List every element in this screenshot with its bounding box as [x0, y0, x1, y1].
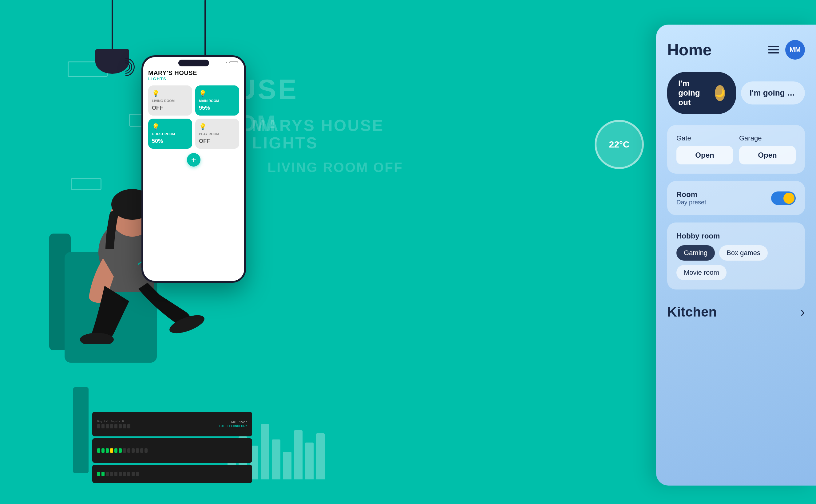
hw-port	[114, 472, 117, 476]
bar-5	[272, 439, 280, 479]
menu-bar-3	[768, 52, 779, 53]
hw-label-1: Digital Inputs 0	[97, 420, 130, 423]
mode-going-out-label: I'm going out	[678, 79, 710, 107]
hw-ports-3	[97, 472, 139, 476]
menu-bar-2	[768, 49, 779, 50]
phone-mockup: MARY'S HOUSE LIGHTS 💡 LIVING ROOM OFF 💡 …	[141, 55, 246, 283]
hobby-title: Hobby room	[676, 232, 796, 240]
hw-port	[140, 448, 143, 453]
hw-port	[132, 472, 135, 476]
hardware-device: Digital Inputs 0 GulliverIOT TECHNOLOGY	[92, 412, 252, 486]
hw-port	[110, 472, 113, 476]
hw-port	[136, 472, 139, 476]
room-card-living[interactable]: 💡 LIVING ROOM OFF	[148, 85, 192, 116]
mode-going-sleep-label: I'm going to sleep	[750, 88, 805, 97]
hw-port	[119, 424, 122, 428]
play-room-value: OFF	[199, 138, 235, 144]
menu-bar-1	[768, 46, 779, 47]
toggle-knob	[783, 193, 794, 204]
play-room-name: PLAY ROOM	[199, 132, 235, 136]
app-title: Home	[667, 41, 712, 59]
hw-port-green	[114, 448, 117, 453]
hw-port-green	[106, 448, 109, 453]
hobby-chip-gaming[interactable]: Gaming	[676, 245, 715, 261]
hw-ports-2	[97, 448, 148, 453]
green-bar-decor	[73, 387, 89, 473]
living-room-value: OFF	[152, 105, 188, 111]
room-toggle-switch[interactable]	[771, 191, 796, 205]
hw-port-green	[97, 472, 100, 476]
main-room-value: 95%	[199, 105, 235, 111]
main-room-icon: 💡	[199, 90, 235, 97]
living-room-name: LIVING ROOM	[152, 99, 188, 103]
chevron-right-icon: ›	[800, 304, 805, 320]
room-card-play[interactable]: 💡 PLAY ROOM OFF	[195, 119, 239, 149]
gate-item: Gate Open	[676, 134, 733, 164]
avatar[interactable]: MM	[785, 40, 805, 60]
temperature-display: 22°C	[595, 120, 644, 169]
room-card-main[interactable]: 💡 MAIN ROOM 95%	[195, 85, 239, 116]
hw-port-green	[101, 448, 104, 453]
hobby-card: Hobby room Gaming Box games Movie room	[667, 222, 805, 289]
hw-port	[136, 448, 139, 453]
hw-ports-1	[97, 424, 130, 428]
hw-port	[132, 448, 135, 453]
hw-port	[123, 424, 126, 428]
room-card-guest[interactable]: 💡 GUEST ROOM 50%	[148, 119, 192, 149]
room-card-subtitle: Day preset	[676, 199, 706, 206]
phone-add-button[interactable]: +	[187, 153, 200, 167]
hw-port	[123, 472, 126, 476]
hw-port	[127, 424, 130, 428]
hw-port	[106, 472, 109, 476]
phone-frame: MARY'S HOUSE LIGHTS 💡 LIVING ROOM OFF 💡 …	[141, 55, 246, 283]
bar-7	[294, 430, 302, 479]
garage-item: Garage Open	[739, 134, 796, 164]
hw-unit-1: Digital Inputs 0 GulliverIOT TECHNOLOGY	[92, 412, 252, 436]
hw-port	[106, 424, 109, 428]
hw-port	[127, 472, 130, 476]
menu-icon[interactable]	[768, 46, 779, 53]
play-room-icon: 💡	[199, 123, 235, 130]
hw-port	[101, 424, 104, 428]
bar-9	[316, 433, 325, 479]
hobby-chip-movieroom[interactable]: Movie room	[676, 265, 727, 280]
hw-port	[114, 424, 117, 428]
hw-port-yellow	[110, 448, 113, 453]
room-grid: 💡 LIVING ROOM OFF 💡 MAIN ROOM 95% 💡 GUES…	[148, 85, 239, 149]
hw-port-green	[119, 448, 122, 453]
hobby-chip-boxgames[interactable]: Box games	[719, 245, 768, 261]
phone-title: MARY'S HOUSE	[148, 69, 239, 77]
gate-open-button[interactable]: Open	[676, 146, 733, 164]
hw-port	[119, 472, 122, 476]
hw-port-green	[97, 448, 100, 453]
wifi-arcs-1	[120, 61, 131, 73]
gate-garage-card: Gate Open Garage Open	[667, 125, 805, 174]
hw-port-green	[101, 472, 104, 476]
room-toggle-card: Room Day preset	[667, 181, 805, 215]
app-panel: Home MM I'm going out 🌙 I'm going to sle…	[656, 25, 816, 486]
living-room-icon: 💡	[152, 90, 188, 97]
room-card-title: Room	[676, 190, 706, 199]
phone-header: MARY'S HOUSE LIGHTS	[148, 69, 239, 81]
bar-8	[305, 443, 313, 479]
hw-unit-3	[92, 465, 252, 483]
garage-open-button[interactable]: Open	[739, 146, 796, 164]
hw-unit-2	[92, 438, 252, 463]
mode-going-sleep-button[interactable]: I'm going to sleep	[741, 81, 805, 104]
gate-label: Gate	[676, 134, 733, 142]
kitchen-footer[interactable]: Kitchen ›	[667, 297, 805, 320]
hw-port	[110, 424, 113, 428]
bar-6	[283, 452, 291, 479]
mode-going-out-button[interactable]: I'm going out 🌙	[667, 72, 736, 114]
app-header: Home MM	[667, 40, 805, 60]
main-room-name: MAIN ROOM	[199, 99, 235, 103]
guest-room-name: GUEST ROOM	[152, 132, 188, 136]
guest-room-value: 50%	[152, 138, 188, 144]
guest-room-icon: 💡	[152, 123, 188, 130]
phone-screen: MARY'S HOUSE LIGHTS 💡 LIVING ROOM OFF 💡 …	[143, 57, 244, 281]
hw-port	[123, 448, 126, 453]
gate-garage-row: Gate Open Garage Open	[676, 134, 796, 164]
mode-toggle-icon: 🌙	[715, 85, 725, 101]
bar-4	[261, 424, 269, 479]
garage-label: Garage	[739, 134, 796, 142]
